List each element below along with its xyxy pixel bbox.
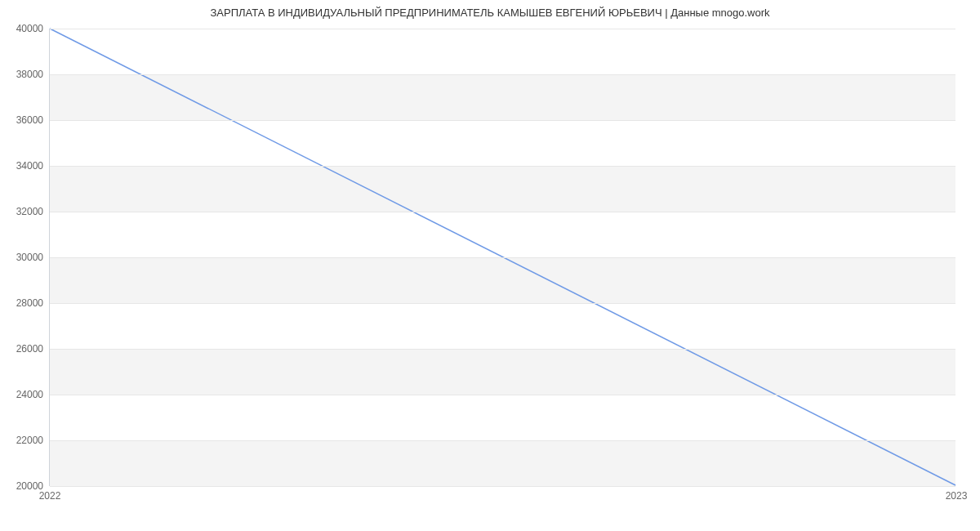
gridline [50,349,956,350]
plot-area: 2000022000240002600028000300003200034000… [49,29,956,486]
gridline [50,395,956,395]
gridline [50,440,956,441]
x-tick-label: 2022 [39,485,61,502]
y-tick-label: 36000 [16,114,50,126]
gridline [50,486,956,487]
y-tick-label: 30000 [16,252,50,263]
gridline [50,29,956,29]
y-tick-label: 32000 [16,206,50,217]
gridline [50,74,956,75]
gridline [50,166,956,167]
y-tick-label: 40000 [16,23,50,34]
gridline [50,212,956,212]
y-tick-label: 28000 [16,297,50,309]
y-tick-label: 22000 [16,435,50,446]
y-tick-label: 34000 [16,160,50,172]
y-tick-label: 26000 [16,343,50,355]
x-tick-label: 2023 [946,485,968,502]
gridline [50,257,956,258]
y-tick-label: 24000 [16,389,50,400]
chart-area: 2000022000240002600028000300003200034000… [49,29,956,486]
y-tick-label: 38000 [16,69,50,80]
chart-title: ЗАРПЛАТА В ИНДИВИДУАЛЬНЫЙ ПРЕДПРИНИМАТЕЛ… [0,0,980,19]
gridline [50,120,956,121]
gridline [50,303,956,304]
